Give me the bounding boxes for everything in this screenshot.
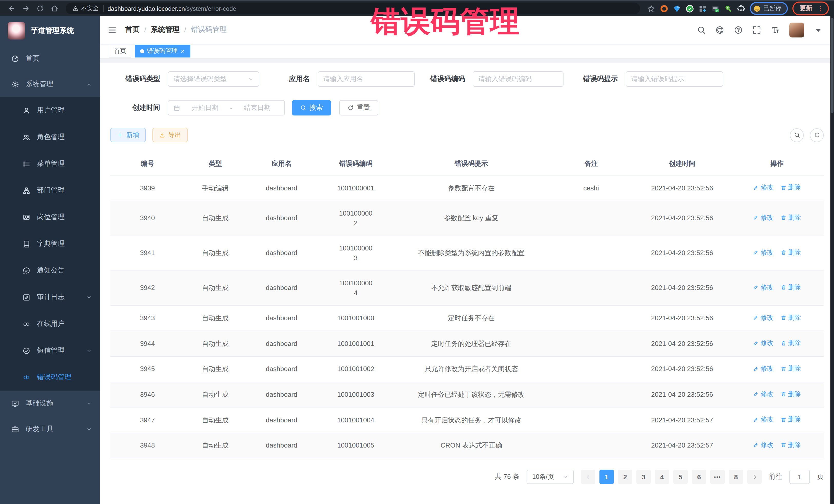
close-icon[interactable] xyxy=(180,48,185,53)
edit-link[interactable]: 修改 xyxy=(753,213,773,223)
extension-icon[interactable] xyxy=(686,4,694,13)
breadcrumb-home[interactable]: 首页 xyxy=(125,25,139,35)
edit-link[interactable]: 修改 xyxy=(753,389,773,399)
edit-link[interactable]: 修改 xyxy=(753,364,773,374)
error-message-input[interactable]: 请输入错误码提示 xyxy=(626,71,723,87)
cell-app: dashboard xyxy=(246,175,317,201)
edit-pen-icon xyxy=(753,391,759,397)
browser-forward-icon[interactable] xyxy=(20,2,32,15)
browser-menu-dots-icon[interactable] xyxy=(817,5,824,12)
user-avatar[interactable] xyxy=(789,22,804,37)
refresh-icon xyxy=(814,132,820,138)
tab-error-code[interactable]: 错误码管理 xyxy=(135,45,191,58)
next-page-button[interactable] xyxy=(747,470,762,484)
content-gap xyxy=(100,59,834,63)
security-warning[interactable]: 不安全 xyxy=(72,5,99,12)
sidebar-item-menu-list[interactable]: 菜单管理 xyxy=(0,150,100,177)
column-header: 操作 xyxy=(730,152,824,175)
refresh-table-button[interactable] xyxy=(810,128,824,142)
page-size-select[interactable]: 10条/页 xyxy=(527,470,574,484)
page-button[interactable]: 3 xyxy=(636,470,651,484)
prev-page-button[interactable] xyxy=(581,470,595,484)
browser-back-icon[interactable] xyxy=(5,2,18,15)
delete-link[interactable]: 删除 xyxy=(781,183,801,193)
sidebar-item-dashboard[interactable]: 首页 xyxy=(0,46,100,71)
error-type-select[interactable]: 请选择错误码类型 xyxy=(168,71,259,87)
delete-link[interactable]: 删除 xyxy=(781,389,801,399)
column-header: 错误码提示 xyxy=(394,152,548,175)
page-button[interactable]: 4 xyxy=(655,470,669,484)
font-size-icon[interactable] xyxy=(771,25,780,34)
hamburger-icon[interactable] xyxy=(108,25,116,34)
chevron-up-icon xyxy=(86,81,92,87)
page-size-value: 10条/页 xyxy=(532,473,554,481)
extensions-puzzle-icon[interactable] xyxy=(737,4,745,13)
sidebar-item-users[interactable]: 角色管理 xyxy=(0,124,100,150)
page-button[interactable]: 5 xyxy=(673,470,688,484)
scrollbar-thumb[interactable] xyxy=(831,18,833,113)
tab-home[interactable]: 首页 xyxy=(109,45,131,58)
page-button[interactable]: 6 xyxy=(692,470,706,484)
search-button[interactable]: 搜索 xyxy=(292,100,331,115)
edit-link[interactable]: 修改 xyxy=(753,415,773,424)
delete-link[interactable]: 删除 xyxy=(781,440,801,450)
edit-link[interactable]: 修改 xyxy=(753,440,773,450)
export-button[interactable]: 导出 xyxy=(152,128,188,142)
extension-icon[interactable] xyxy=(699,4,707,13)
sidebar-item-org-tree[interactable]: 部门管理 xyxy=(0,177,100,204)
sidebar-item-gear[interactable]: 系统管理 xyxy=(0,71,100,97)
sidebar-item-online-user[interactable]: 在线用户 xyxy=(0,310,100,337)
cell-type: 手动编辑 xyxy=(184,175,246,201)
page-button[interactable]: 2 xyxy=(618,470,632,484)
extension-icon[interactable]: on xyxy=(711,4,720,13)
add-button[interactable]: 新增 xyxy=(110,128,146,142)
fullscreen-icon[interactable] xyxy=(752,25,761,34)
sidebar-item-announcement[interactable]: 通知公告 xyxy=(0,257,100,284)
browser-reload-icon[interactable] xyxy=(34,2,46,15)
github-icon[interactable] xyxy=(716,25,724,34)
extension-icon[interactable] xyxy=(660,4,668,13)
delete-link[interactable]: 删除 xyxy=(781,313,801,323)
page-ellipsis-button[interactable]: ••• xyxy=(710,470,725,484)
help-icon[interactable] xyxy=(734,25,743,34)
toggle-search-button[interactable] xyxy=(790,128,804,142)
page-button[interactable]: 8 xyxy=(729,470,743,484)
page-button[interactable]: 1 xyxy=(599,470,614,484)
date-range-picker[interactable]: 开始日期 - 结束日期 xyxy=(168,100,285,115)
dropdown-caret-icon[interactable] xyxy=(814,25,823,34)
edit-link[interactable]: 修改 xyxy=(753,248,773,258)
app-logo[interactable]: 芋道管理系统 xyxy=(0,16,100,46)
sidebar-item-code[interactable]: 错误码管理 xyxy=(0,364,100,391)
edit-link[interactable]: 修改 xyxy=(753,338,773,348)
browser-update-button[interactable]: 更新 xyxy=(792,2,829,15)
sidebar-item-sms[interactable]: 短信管理 xyxy=(0,337,100,364)
extension-icon[interactable] xyxy=(724,4,732,13)
app-name-input[interactable]: 请输入应用名 xyxy=(317,71,414,87)
browser-scrollbar[interactable] xyxy=(830,16,834,504)
edit-link[interactable]: 修改 xyxy=(753,313,773,323)
sidebar-item-user[interactable]: 用户管理 xyxy=(0,97,100,124)
delete-link[interactable]: 删除 xyxy=(781,283,801,292)
delete-link[interactable]: 删除 xyxy=(781,213,801,223)
reset-button[interactable]: 重置 xyxy=(339,100,378,115)
delete-link[interactable]: 删除 xyxy=(781,338,801,348)
browser-home-icon[interactable] xyxy=(48,2,61,15)
delete-link[interactable]: 删除 xyxy=(781,248,801,258)
edit-link[interactable]: 修改 xyxy=(753,283,773,292)
goto-page-input[interactable]: 1 xyxy=(789,470,810,484)
extension-icon[interactable] xyxy=(673,4,681,13)
sidebar-item-dictionary[interactable]: 字典管理 xyxy=(0,231,100,257)
delete-link[interactable]: 删除 xyxy=(781,415,801,424)
sidebar-item-infrastructure[interactable]: 基础设施 xyxy=(0,391,100,416)
error-code-input[interactable]: 请输入错误码编码 xyxy=(473,71,564,87)
paused-extension-badge[interactable]: 已暂停 xyxy=(750,2,788,15)
breadcrumb-system[interactable]: 系统管理 xyxy=(151,25,180,35)
sidebar-item-badge[interactable]: 岗位管理 xyxy=(0,204,100,231)
bookmark-star-icon[interactable] xyxy=(647,4,655,13)
delete-link[interactable]: 删除 xyxy=(781,364,801,374)
edit-link[interactable]: 修改 xyxy=(753,183,773,193)
address-bar[interactable]: 不安全 dashboard.yudao.iocoder.cn/system/er… xyxy=(66,3,640,14)
sidebar-item-audit-log[interactable]: 审计日志 xyxy=(0,284,100,310)
search-icon[interactable] xyxy=(697,25,706,34)
sidebar-item-dev-tools[interactable]: 研发工具 xyxy=(0,416,100,442)
